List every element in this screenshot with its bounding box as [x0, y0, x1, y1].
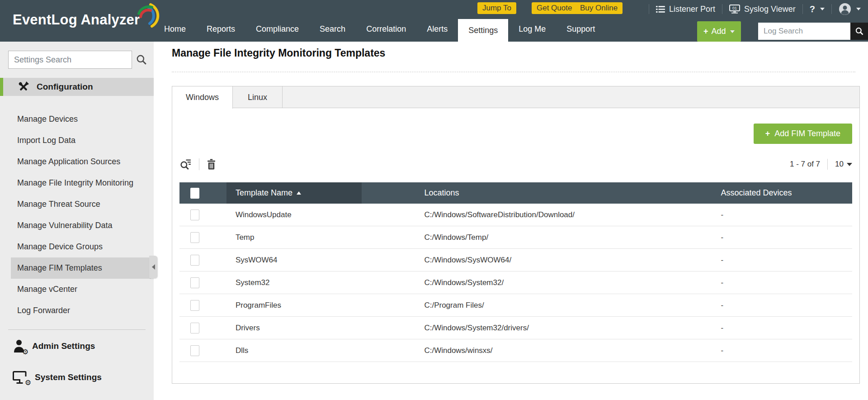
- sidebar-item-label: Log Forwarder: [11, 300, 151, 321]
- settings-sidebar: Configuration Manage Devices Import Log …: [0, 42, 154, 400]
- row-checkbox[interactable]: [190, 345, 199, 356]
- row-checkbox-cell: [179, 226, 226, 248]
- row-checkbox[interactable]: [190, 323, 199, 333]
- divider: [802, 4, 803, 14]
- sidebar-item-admin-settings[interactable]: Admin Settings: [13, 339, 95, 353]
- divider: [722, 4, 722, 14]
- syslog-viewer-label: Syslog Viewer: [744, 5, 796, 14]
- syslog-viewer-button[interactable]: 01 Syslog Viewer: [729, 5, 796, 14]
- row-checkbox[interactable]: [190, 300, 199, 311]
- table-row: Temp C:/Windows/Temp/ -: [179, 226, 852, 249]
- row-checkbox[interactable]: [190, 277, 199, 288]
- delete-trash-icon[interactable]: [207, 159, 216, 170]
- system-settings-label: System Settings: [35, 372, 102, 382]
- nav-item[interactable]: Reports: [196, 16, 245, 42]
- sidebar-item[interactable]: Manage vCenter: [0, 279, 154, 300]
- sidebar-item[interactable]: Manage Devices: [0, 109, 154, 130]
- fim-templates-table: Template Name Locations Associated Devic…: [179, 182, 852, 362]
- settings-search-button[interactable]: [136, 54, 147, 66]
- location-cell: C:/Windows/System32/: [362, 271, 696, 294]
- nav-item[interactable]: Settings: [458, 19, 508, 42]
- column-header-locations[interactable]: Locations: [362, 182, 696, 204]
- nav-item[interactable]: Search: [309, 16, 356, 42]
- sidebar-item[interactable]: Manage FIM Templates: [0, 257, 154, 279]
- page-title: Manage File Integrity Monitoring Templat…: [172, 47, 385, 59]
- pagination-range: 1 - 7 of 7: [790, 160, 820, 169]
- template-name-cell[interactable]: WindowsUpdate: [226, 204, 362, 226]
- add-button[interactable]: Add: [697, 21, 741, 42]
- template-name-cell[interactable]: Temp: [226, 226, 362, 248]
- sidebar-item[interactable]: Log Forwarder: [0, 300, 154, 321]
- sidebar-item[interactable]: Manage Device Groups: [0, 236, 154, 257]
- select-all-checkbox[interactable]: [190, 188, 199, 199]
- log-search-button[interactable]: [850, 23, 868, 40]
- sidebar-item-label: Manage vCenter: [11, 279, 151, 300]
- column-label: Template Name: [236, 188, 292, 198]
- template-name-cell[interactable]: SysWOW64: [226, 249, 362, 271]
- column-search-icon[interactable]: [179, 158, 192, 170]
- nav-item[interactable]: Correlation: [356, 16, 416, 42]
- chevron-down-icon: [856, 8, 861, 10]
- row-checkbox[interactable]: [190, 210, 199, 220]
- user-menu-button[interactable]: [839, 3, 861, 15]
- help-menu-button[interactable]: ?: [810, 4, 825, 14]
- sidebar-item[interactable]: Manage Vulnerability Data: [0, 215, 154, 236]
- jump-to-button[interactable]: Jump To: [477, 2, 516, 14]
- divider: [649, 4, 649, 14]
- os-tabstrip: Windows Linux: [172, 86, 859, 108]
- column-header-associated-devices[interactable]: Associated Devices: [696, 182, 852, 204]
- table-row: System32 C:/Windows/System32/ -: [179, 271, 852, 294]
- sidebar-collapse-handle[interactable]: [149, 256, 157, 278]
- chevron-down-icon: [847, 163, 852, 166]
- sidebar-item[interactable]: Manage Application Sources: [0, 151, 154, 172]
- column-label: Locations: [424, 188, 459, 198]
- page-size-value: 10: [835, 160, 844, 169]
- template-name-cell[interactable]: Dlls: [226, 339, 362, 362]
- add-fim-template-button[interactable]: Add FIM Template: [754, 124, 852, 144]
- plus-icon: [765, 129, 770, 138]
- associated-devices-cell: -: [696, 204, 852, 226]
- location-cell: C:/Windows/winsxs/: [362, 339, 696, 362]
- log-search-input[interactable]: [758, 23, 850, 40]
- row-checkbox-cell: [179, 271, 226, 294]
- nav-item[interactable]: Compliance: [245, 16, 309, 42]
- row-checkbox-cell: [179, 249, 226, 271]
- column-header-template-name[interactable]: Template Name: [226, 182, 362, 204]
- app-logo-text: EventLog Analyzer: [13, 12, 140, 28]
- sidebar-item[interactable]: Import Log Data: [0, 130, 154, 151]
- chevron-left-icon: [152, 264, 155, 270]
- nav-item[interactable]: Support: [556, 16, 605, 42]
- eventlog-analyzer-app: { "colors": { "header_bg": "#3f4e56", "b…: [0, 0, 868, 400]
- location-cell: C:/Windows/Temp/: [362, 226, 696, 248]
- settings-search-input[interactable]: [9, 51, 132, 68]
- buy-online-button[interactable]: Buy Online: [575, 2, 623, 14]
- row-checkbox[interactable]: [190, 255, 199, 266]
- nav-item[interactable]: Home: [154, 16, 196, 42]
- divider: [172, 71, 855, 72]
- sidebar-section-configuration[interactable]: Configuration: [0, 78, 154, 96]
- sidebar-item-system-settings[interactable]: System Settings: [13, 371, 102, 384]
- tab[interactable]: Windows: [172, 86, 233, 109]
- tab[interactable]: Linux: [233, 86, 283, 108]
- sidebar-item[interactable]: Manage File Integrity Monitoring: [0, 172, 154, 194]
- main-content: Manage File Integrity Monitoring Templat…: [154, 42, 868, 400]
- nav-item[interactable]: Log Me: [508, 16, 556, 42]
- table-toolbar: 1 - 7 of 7 10: [179, 154, 852, 174]
- table-row: Dlls C:/Windows/winsxs/ -: [179, 339, 852, 362]
- sidebar-item-label: Manage Devices: [11, 109, 151, 130]
- get-quote-button[interactable]: Get Quote: [532, 2, 577, 14]
- user-avatar-icon: [839, 3, 851, 15]
- template-name-cell[interactable]: System32: [226, 271, 362, 294]
- table-row: Drivers C:/Windows/System32/drivers/ -: [179, 317, 852, 339]
- page-size-select[interactable]: 10: [835, 160, 852, 169]
- table-row: ProgramFiles C:/Program Files/ -: [179, 294, 852, 317]
- app-logo[interactable]: EventLog Analyzer: [13, 11, 160, 29]
- template-name-cell[interactable]: ProgramFiles: [226, 294, 362, 316]
- row-checkbox[interactable]: [190, 232, 199, 243]
- divider: [8, 329, 146, 330]
- nav-item[interactable]: Alerts: [416, 16, 458, 42]
- template-name-cell[interactable]: Drivers: [226, 317, 362, 339]
- divider: [199, 158, 199, 170]
- sidebar-item[interactable]: Manage Threat Source: [0, 194, 154, 215]
- listener-port-button[interactable]: Listener Port: [656, 5, 715, 14]
